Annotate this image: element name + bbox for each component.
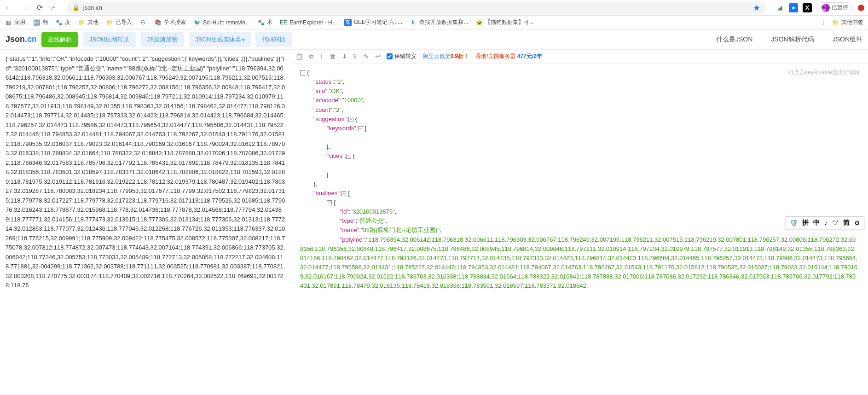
- bookmark-icon: 📁: [106, 19, 113, 26]
- ime-shield-icon[interactable]: 🛡️: [789, 219, 799, 227]
- nav-parse-code[interactable]: JSON解析代码: [771, 35, 814, 44]
- lock-icon: 🔒: [72, 4, 80, 11]
- bookmark-item-7[interactable]: 🐾术: [257, 18, 272, 26]
- bookmark-item-11[interactable]: 🐱【猫狗数据集】可...: [475, 18, 534, 26]
- json-tree-area[interactable]: 可点击key和value值进行编辑 −{ "status":"1", "info…: [291, 64, 868, 395]
- parse-button[interactable]: 在线解析: [41, 32, 78, 47]
- bookmark-icon: 🔤: [33, 19, 40, 26]
- apps-icon: ▦: [5, 19, 12, 26]
- bookmark-label: EarthExplorer - H...: [289, 19, 337, 26]
- layers-icon[interactable]: ⧉: [309, 53, 313, 60]
- bookmark-item-0[interactable]: 🔤翻: [33, 18, 48, 26]
- bookmark-item-10[interactable]: k查找开放数据集和...: [410, 18, 468, 26]
- ime-note-icon[interactable]: ♪: [823, 219, 828, 227]
- edit-hint: 可点击key和value值进行编辑: [788, 68, 860, 77]
- collapse-icon[interactable]: −: [300, 70, 305, 76]
- bookmark-label: GEE学习笔记 六: ...: [354, 18, 402, 26]
- bookmark-item-1[interactable]: 🐾度: [55, 18, 70, 26]
- back-icon[interactable]: ↩: [375, 53, 380, 60]
- ext-icon-1[interactable]: ◢: [775, 3, 784, 12]
- bookmark-item-4[interactable]: G: [139, 18, 147, 26]
- output-toolbar: 📋 ⧉ ↕ 🗑 ⬇ ⎘ ✎ ↩ 保留转义 阿里云低至0.9折！ 香港/美国服务器…: [291, 50, 868, 64]
- separator: |: [823, 19, 824, 26]
- ime-pin[interactable]: 拼: [801, 219, 810, 227]
- bookmark-icon: 🐦: [193, 19, 201, 26]
- bookmark-item-6[interactable]: 🐦Sci-Hub: removin...: [193, 18, 250, 26]
- collapse-icon[interactable]: −: [358, 126, 363, 131]
- ad-aliyun[interactable]: 阿里云低至0.9折！: [423, 52, 469, 60]
- ime-face-icon[interactable]: ツ: [831, 219, 839, 227]
- collapse-icon[interactable]: −: [341, 191, 346, 196]
- trash-icon[interactable]: 🗑: [330, 53, 336, 60]
- site-header: Json.cn 在线解析 JSON压缩转义 JS混淆加密 JSON生成实体类 代…: [0, 29, 868, 50]
- profile-chip[interactable]: 鸿燕 已暂停: [816, 2, 853, 13]
- bookmark-icon: 📁: [78, 19, 85, 26]
- url-text: json.cn: [83, 4, 102, 11]
- obfuscate-button[interactable]: JS混淆加密: [140, 32, 184, 47]
- download-icon[interactable]: ⬇: [342, 53, 347, 60]
- bookmark-label: 其他: [87, 18, 98, 26]
- bookmark-label: 翻: [42, 18, 48, 26]
- input-json-area[interactable]: {"status":"1","info":"OK","infocode":"10…: [0, 50, 291, 395]
- ime-gear-icon[interactable]: ⚙: [853, 219, 861, 227]
- ext-icon-3[interactable]: X: [803, 3, 812, 12]
- ext-icon-2[interactable]: ●: [789, 3, 798, 12]
- bookmark-label: 术: [267, 18, 272, 26]
- bookmark-icon: EE: [280, 19, 287, 26]
- compress-button[interactable]: JSON压缩转义: [83, 32, 136, 47]
- wand-icon[interactable]: ✎: [364, 53, 369, 60]
- bookmark-label: 已导入: [116, 18, 132, 26]
- compare-button[interactable]: 代码对比: [255, 32, 292, 47]
- bookmark-item-9[interactable]: 知GEE学习笔记 六: ...: [344, 18, 402, 26]
- url-bar[interactable]: 🔒 json.cn ★: [67, 2, 766, 14]
- ime-jian[interactable]: 简: [842, 219, 851, 227]
- back-button[interactable]: ←: [4, 4, 15, 12]
- nav-what-is-json[interactable]: 什么是JSON: [716, 35, 752, 44]
- bookmark-label: 【猫狗数据集】可...: [485, 18, 534, 26]
- copy-icon[interactable]: ⎘: [353, 53, 357, 60]
- other-bookmarks[interactable]: 📁 其他书签: [832, 18, 863, 26]
- main-area: {"status":"1","info":"OK","infocode":"10…: [0, 50, 868, 395]
- ime-toolbar[interactable]: 🛡️ 拼 中 ♪ ツ 简 ⚙: [786, 216, 864, 229]
- raw-json-text: {"status":"1","info":"OK","infocode":"10…: [6, 55, 285, 289]
- bookmark-icon: 🐱: [475, 19, 483, 26]
- site-logo[interactable]: Json.cn: [6, 35, 37, 44]
- bookmark-item-2[interactable]: 📁其他: [78, 18, 98, 26]
- bookmark-icon: k: [410, 19, 417, 26]
- bookmark-icon: 知: [344, 19, 352, 26]
- bookmark-item-3[interactable]: 📁已导入: [106, 18, 132, 26]
- ad-server[interactable]: 香港/美国服务器 477元/2年: [475, 52, 542, 60]
- output-area: 📋 ⧉ ↕ 🗑 ⬇ ⎘ ✎ ↩ 保留转义 阿里云低至0.9折！ 香港/美国服务器…: [291, 50, 868, 395]
- nav-component[interactable]: JSON组件: [833, 35, 862, 44]
- forward-button[interactable]: →: [19, 4, 30, 12]
- bookmark-label: 度: [65, 18, 70, 26]
- folder-icon: 📁: [832, 19, 839, 26]
- site-nav-right: 什么是JSON JSON解析代码 JSON组件: [716, 35, 862, 44]
- browser-nav: ← → ⟳ ⌂ 🔒 json.cn ★ ◢ ● X 鸿燕 已暂停: [0, 0, 868, 16]
- bookmark-icon: 🐾: [55, 19, 63, 26]
- generate-button[interactable]: JSON生成实体类: [189, 32, 251, 47]
- bookmark-label: Sci-Hub: removin...: [203, 19, 250, 26]
- bookmark-icon: 📚: [154, 19, 162, 26]
- apps-button[interactable]: ▦ 应用: [5, 18, 25, 26]
- bookmark-label: 查找开放数据集和...: [419, 18, 468, 26]
- bookmarks-bar: ▦ 应用 🔤翻🐾度📁其他📁已导入G📚学术搜索🐦Sci-Hub: removin.…: [0, 16, 868, 29]
- sort-icon[interactable]: ↕: [320, 53, 323, 60]
- collapse-icon[interactable]: −: [327, 200, 332, 205]
- collapse-icon[interactable]: −: [346, 154, 351, 159]
- bookmark-star-icon[interactable]: ★: [753, 3, 760, 13]
- paused-label: 已暂停: [832, 4, 848, 12]
- bookmark-item-5[interactable]: 📚学术搜索: [154, 18, 186, 26]
- bookmark-label: 学术搜索: [164, 18, 186, 26]
- bookmark-icon: 🐾: [257, 19, 265, 26]
- home-button[interactable]: ⌂: [49, 4, 58, 12]
- notification-dot[interactable]: [858, 5, 864, 11]
- bookmark-icon: G: [139, 19, 147, 26]
- keep-escape-input[interactable]: [387, 53, 393, 59]
- keep-escape-checkbox[interactable]: 保留转义: [387, 52, 417, 60]
- ime-zhong[interactable]: 中: [812, 219, 821, 227]
- clipboard-icon[interactable]: 📋: [295, 53, 303, 60]
- collapse-icon[interactable]: −: [348, 117, 353, 122]
- bookmark-item-8[interactable]: EEEarthExplorer - H...: [280, 18, 337, 26]
- reload-button[interactable]: ⟳: [35, 3, 45, 12]
